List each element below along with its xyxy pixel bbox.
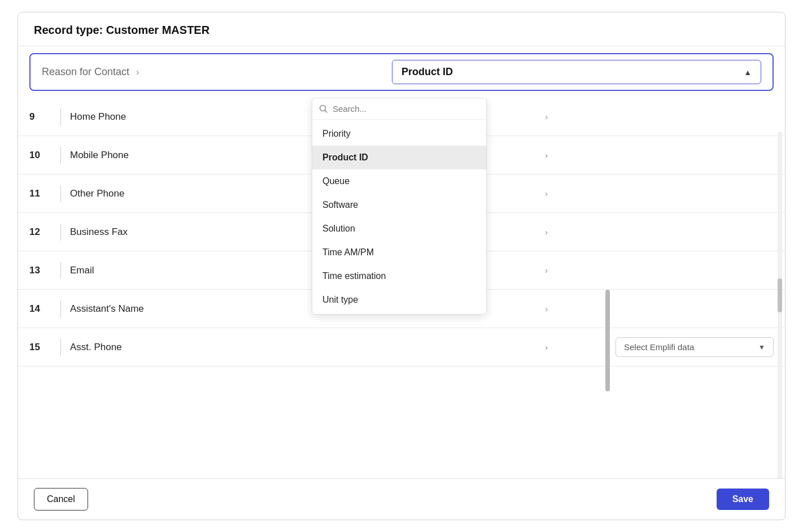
row-divider [60, 108, 61, 125]
row-number: 14 [29, 303, 60, 315]
modal-title: Record type: Customer MASTER [18, 12, 785, 46]
table-body: 9 Home Phone › 10 Mobile Phone › 11 Othe… [18, 98, 785, 478]
save-button[interactable]: Save [717, 489, 769, 510]
scrollbar-track [778, 132, 782, 478]
dropdown-search-wrap [312, 98, 486, 120]
dropdown-scrollbar-thumb[interactable] [605, 290, 610, 391]
product-id-label: Product ID [401, 66, 453, 78]
dropdown-item-unit-type[interactable]: Unit type [312, 288, 486, 312]
row-divider [60, 224, 61, 241]
row-number: 9 [29, 111, 60, 123]
row-chevron-icon: › [545, 304, 548, 313]
product-id-dropdown: Priority Product ID Queue Software Solut… [312, 98, 487, 315]
dropdown-item-solution[interactable]: Solution [312, 217, 486, 241]
row-right: Select Emplifi data ▼ [548, 337, 774, 357]
row-chevron-icon: › [545, 266, 548, 275]
row-divider [60, 262, 61, 279]
row-label: Asst. Phone [70, 342, 545, 353]
row-number: 10 [29, 150, 60, 161]
search-icon [319, 104, 328, 114]
dropdown-item-product-id[interactable]: Product ID [312, 146, 486, 169]
dropdown-items-list: Priority Product ID Queue Software Solut… [312, 120, 486, 314]
dropdown-item-queue[interactable]: Queue [312, 169, 486, 193]
row-chevron-icon: › [545, 112, 548, 121]
row-divider [60, 339, 61, 356]
row-divider [60, 300, 61, 317]
row-number: 12 [29, 226, 60, 238]
modal: Record type: Customer MASTER Reason for … [18, 12, 785, 520]
svg-line-1 [325, 110, 328, 112]
scrollbar-thumb [778, 278, 782, 312]
table-row: 15 Asst. Phone › Select Emplifi data ▼ [18, 328, 785, 367]
dropdown-search-input[interactable] [333, 104, 479, 114]
row-number: 13 [29, 265, 60, 276]
header-row: Reason for Contact › Product ID ▲ [29, 53, 774, 91]
dropdown-item-priority[interactable]: Priority [312, 122, 486, 146]
header-left: Reason for Contact › [42, 66, 392, 78]
row-chevron-icon: › [545, 151, 548, 160]
row-chevron-icon: › [545, 228, 548, 237]
dropdown-item-software[interactable]: Software [312, 193, 486, 217]
cancel-button[interactable]: Cancel [34, 488, 88, 511]
dropdown-item-time-ampm[interactable]: Time AM/PM [312, 241, 486, 264]
row-number: 11 [29, 188, 60, 199]
footer: Cancel Save [18, 478, 785, 520]
reason-for-contact-label: Reason for Contact [42, 66, 129, 78]
row-chevron-icon: › [545, 189, 548, 198]
select-emplifi-label: Select Emplifi data [624, 342, 694, 352]
dropdown-arrow-up-icon: ▲ [744, 68, 752, 77]
header-chevron-icon: › [136, 67, 139, 77]
row-number: 15 [29, 342, 60, 353]
dropdown-item-time-estimation[interactable]: Time estimation [312, 264, 486, 288]
main-scrollbar[interactable] [777, 132, 783, 478]
select-emplifi-arrow-icon: ▼ [758, 343, 765, 351]
product-id-dropdown-trigger[interactable]: Product ID ▲ [392, 60, 761, 84]
row-divider [60, 185, 61, 202]
row-divider [60, 147, 61, 164]
select-emplifi-dropdown[interactable]: Select Emplifi data ▼ [616, 337, 774, 357]
